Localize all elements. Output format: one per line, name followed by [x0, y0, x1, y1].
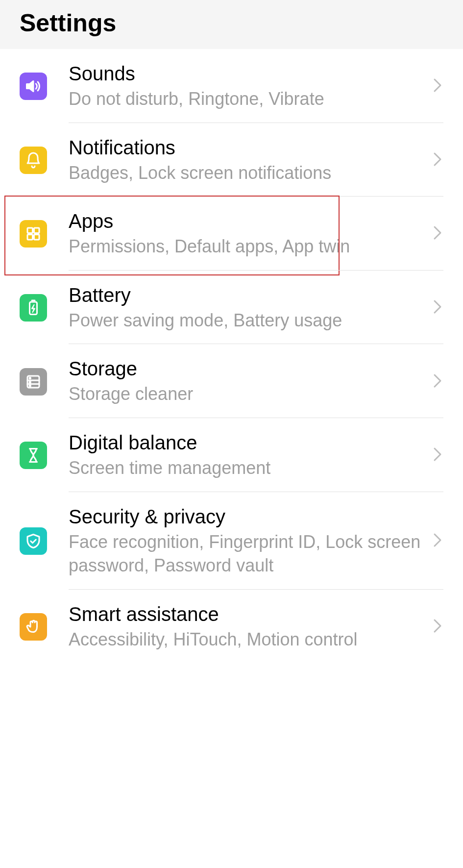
- settings-item-notifications[interactable]: Notifications Badges, Lock screen notifi…: [0, 123, 463, 197]
- item-text: Battery Power saving mode, Battery usage: [69, 283, 432, 333]
- settings-item-apps[interactable]: Apps Permissions, Default apps, App twin: [0, 197, 463, 271]
- item-subtitle: Accessibility, HiTouch, Motion control: [69, 628, 422, 652]
- settings-item-sounds[interactable]: Sounds Do not disturb, Ringtone, Vibrate: [0, 49, 463, 123]
- chevron-right-icon: [432, 371, 443, 393]
- item-title: Sounds: [69, 62, 422, 85]
- item-title: Storage: [69, 357, 422, 380]
- chevron-right-icon: [432, 223, 443, 245]
- sounds-icon: [20, 73, 47, 100]
- hourglass-icon: [20, 442, 47, 469]
- item-title: Smart assistance: [69, 602, 422, 626]
- item-text: Digital balance Screen time management: [69, 431, 432, 480]
- item-subtitle: Screen time management: [69, 456, 422, 480]
- item-title: Apps: [69, 209, 422, 233]
- battery-icon: [20, 294, 47, 322]
- svg-rect-1: [27, 228, 33, 233]
- item-subtitle: Power saving mode, Battery usage: [69, 309, 422, 333]
- apps-icon: [20, 220, 47, 248]
- svg-point-12: [29, 385, 30, 386]
- item-text: Notifications Badges, Lock screen notifi…: [69, 136, 432, 185]
- page-title: Settings: [20, 9, 443, 37]
- item-title: Digital balance: [69, 431, 422, 454]
- settings-item-battery[interactable]: Battery Power saving mode, Battery usage: [0, 271, 463, 345]
- item-subtitle: Permissions, Default apps, App twin: [69, 235, 422, 259]
- settings-item-storage[interactable]: Storage Storage cleaner: [0, 344, 463, 418]
- item-text: Smart assistance Accessibility, HiTouch,…: [69, 602, 432, 652]
- chevron-right-icon: [432, 616, 443, 638]
- shield-icon: [20, 527, 47, 555]
- settings-item-digital-balance[interactable]: Digital balance Screen time management: [0, 418, 463, 492]
- chevron-right-icon: [432, 297, 443, 319]
- svg-marker-0: [27, 81, 34, 92]
- item-title: Battery: [69, 283, 422, 307]
- settings-item-smart-assistance[interactable]: Smart assistance Accessibility, HiTouch,…: [0, 590, 463, 664]
- chevron-right-icon: [432, 530, 443, 552]
- item-text: Apps Permissions, Default apps, App twin: [69, 209, 432, 259]
- item-subtitle: Badges, Lock screen notifications: [69, 161, 422, 185]
- chevron-right-icon: [432, 149, 443, 171]
- svg-point-10: [29, 377, 30, 378]
- page-header: Settings: [0, 0, 463, 49]
- notifications-icon: [20, 147, 47, 174]
- item-title: Notifications: [69, 136, 422, 159]
- item-text: Sounds Do not disturb, Ringtone, Vibrate: [69, 62, 432, 111]
- svg-rect-4: [34, 235, 40, 240]
- item-text: Security & privacy Face recognition, Fin…: [69, 505, 432, 578]
- svg-rect-2: [34, 228, 40, 233]
- settings-item-security[interactable]: Security & privacy Face recognition, Fin…: [0, 492, 463, 590]
- item-title: Security & privacy: [69, 505, 422, 528]
- hand-icon: [20, 613, 47, 641]
- item-subtitle: Do not disturb, Ringtone, Vibrate: [69, 87, 422, 111]
- chevron-right-icon: [432, 75, 443, 97]
- item-text: Storage Storage cleaner: [69, 357, 432, 406]
- chevron-right-icon: [432, 445, 443, 466]
- item-subtitle: Storage cleaner: [69, 382, 422, 406]
- svg-rect-3: [27, 235, 33, 240]
- item-subtitle: Face recognition, Fingerprint ID, Lock s…: [69, 530, 422, 578]
- svg-point-11: [29, 381, 30, 382]
- settings-list: Sounds Do not disturb, Ringtone, Vibrate…: [0, 49, 463, 663]
- storage-icon: [20, 368, 47, 396]
